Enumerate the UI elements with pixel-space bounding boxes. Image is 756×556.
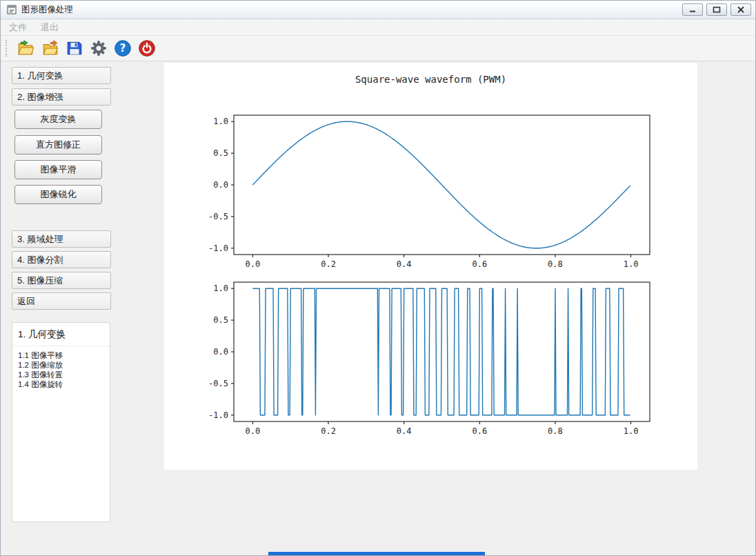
sine-waveform-plot: 0.00.20.40.60.81.0-1.0-0.50.00.51.0 (203, 108, 658, 271)
svg-text:?: ? (119, 42, 126, 54)
svg-text:0.4: 0.4 (397, 426, 412, 436)
menu-item-exit[interactable]: 退出 (41, 21, 59, 34)
sidebar: 1. 几何变换 2. 图像增强 灰度变换 直方图修正 图像平滑 图像锐化 3. … (1, 61, 118, 555)
matplotlib-figure: Square-wave waveform (PWM) 0.00.20.40.60… (164, 63, 697, 470)
help-icon: ? (114, 39, 132, 57)
titlebar: 图形图像处理 (1, 1, 755, 19)
svg-text:1.0: 1.0 (213, 284, 228, 293)
app-icon (6, 4, 17, 15)
power-exit-icon (138, 39, 156, 57)
svg-text:0.0: 0.0 (246, 426, 261, 436)
svg-text:-1.0: -1.0 (208, 244, 228, 253)
svg-text:0.4: 0.4 (397, 259, 412, 269)
svg-text:1.0: 1.0 (213, 117, 228, 126)
app-window: 图形图像处理 文件 退出 (0, 0, 756, 556)
svg-text:-0.5: -0.5 (208, 212, 228, 221)
taskbar-fragment (268, 552, 485, 556)
svg-text:0.6: 0.6 (472, 259, 487, 269)
close-icon (737, 6, 745, 13)
settings-button[interactable] (88, 39, 108, 59)
list-item-image-scale[interactable]: 1.2 图像缩放 (18, 360, 104, 370)
toolbar-gripper (6, 40, 9, 57)
sidebar-button-geometric-transform[interactable]: 1. 几何变换 (12, 67, 111, 84)
menubar: 文件 退出 (1, 19, 755, 36)
svg-text:-1.0: -1.0 (208, 410, 228, 420)
svg-text:1.0: 1.0 (624, 426, 639, 436)
import-button[interactable] (40, 39, 60, 59)
sidebar-button-image-enhancement[interactable]: 2. 图像增强 (12, 88, 111, 106)
svg-text:0.2: 0.2 (321, 259, 336, 269)
sidebar-button-grayscale-transform[interactable]: 灰度变换 (14, 110, 102, 129)
open-button[interactable] (16, 39, 36, 59)
operation-list-panel: 1. 几何变换 1.1 图像平移 1.2 图像缩放 1.3 图像转置 1.4 图… (12, 322, 110, 522)
sidebar-button-image-sharpening[interactable]: 图像锐化 (14, 185, 102, 204)
sidebar-button-image-segmentation[interactable]: 4. 图像分割 (12, 251, 111, 268)
operation-list-header: 1. 几何变换 (12, 323, 110, 346)
open-folder-icon (17, 39, 35, 57)
exit-button[interactable] (137, 39, 157, 59)
menu-item-file[interactable]: 文件 (9, 21, 27, 34)
toolbar: ? (1, 36, 755, 61)
svg-text:0.2: 0.2 (321, 426, 336, 436)
minimize-icon (688, 6, 697, 13)
svg-text:1.0: 1.0 (624, 259, 639, 269)
svg-text:0.8: 0.8 (548, 259, 563, 269)
list-item-image-rotate[interactable]: 1.4 图像旋转 (18, 379, 104, 389)
svg-text:0.0: 0.0 (213, 347, 228, 357)
maximize-button[interactable] (706, 3, 727, 16)
list-item-image-transpose[interactable]: 1.3 图像转置 (18, 370, 104, 379)
svg-text:0.0: 0.0 (246, 259, 261, 269)
sidebar-button-image-smoothing[interactable]: 图像平滑 (14, 160, 102, 179)
maximize-icon (713, 6, 721, 13)
svg-text:0.5: 0.5 (213, 315, 228, 325)
svg-text:-0.5: -0.5 (208, 379, 228, 388)
main-canvas-area: Square-wave waveform (PWM) 0.00.20.40.60… (118, 61, 755, 555)
close-button[interactable] (730, 3, 751, 16)
import-folder-icon (41, 39, 59, 57)
window-title: 图形图像处理 (21, 4, 73, 16)
settings-gear-icon (90, 39, 108, 57)
sidebar-button-histogram-correction[interactable]: 直方图修正 (14, 135, 102, 155)
svg-text:0.6: 0.6 (472, 426, 487, 436)
sidebar-button-frequency-domain[interactable]: 3. 频域处理 (12, 230, 111, 248)
help-button[interactable]: ? (112, 39, 132, 59)
list-item-image-translate[interactable]: 1.1 图像平移 (18, 350, 104, 360)
svg-text:0.8: 0.8 (548, 426, 563, 436)
svg-text:0.5: 0.5 (213, 148, 228, 158)
pwm-waveform-plot: 0.00.20.40.60.81.0-1.0-0.50.00.51.0 (203, 275, 658, 438)
minimize-button[interactable] (682, 3, 703, 16)
svg-text:0.0: 0.0 (213, 180, 228, 190)
operation-list: 1.1 图像平移 1.2 图像缩放 1.3 图像转置 1.4 图像旋转 (12, 346, 110, 393)
window-controls (682, 3, 751, 16)
sidebar-button-return[interactable]: 返回 (12, 292, 111, 310)
figure-title: Square-wave waveform (PWM) (164, 74, 697, 85)
save-button[interactable] (64, 39, 84, 59)
sidebar-button-image-compression[interactable]: 5. 图像压缩 (12, 272, 111, 289)
save-icon (66, 39, 83, 57)
